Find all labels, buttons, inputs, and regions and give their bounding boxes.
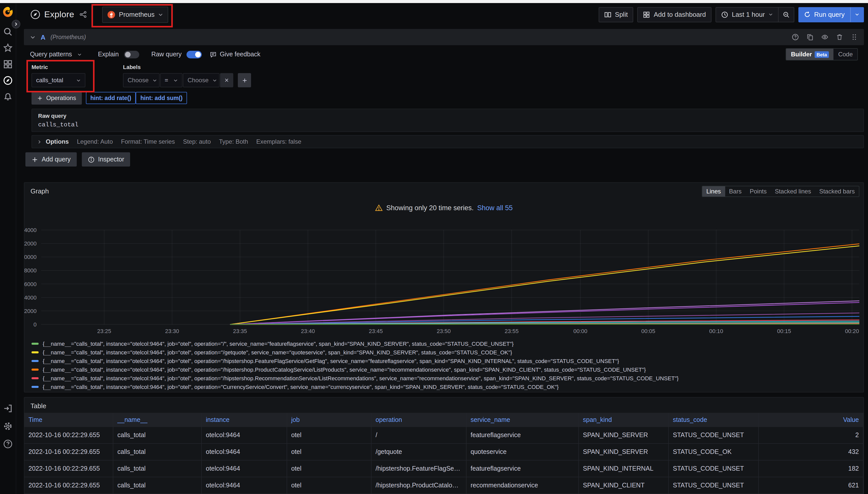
- legend-item[interactable]: {__name__="calls_total", instance="otelc…: [32, 356, 860, 365]
- table-cell: /getquote: [372, 444, 467, 460]
- graph-style-points[interactable]: Points: [745, 186, 771, 196]
- query-row-header[interactable]: A (Prometheus): [24, 29, 864, 45]
- star-icon[interactable]: [3, 43, 13, 53]
- legend-item[interactable]: {__name__="calls_total", instance="otelc…: [32, 374, 860, 382]
- apps-icon[interactable]: [3, 59, 13, 69]
- grafana-logo-icon[interactable]: [2, 6, 14, 18]
- info-circle-icon: [88, 156, 94, 163]
- legend-item[interactable]: {__name__="calls_total", instance="otelc…: [32, 382, 860, 391]
- help-icon[interactable]: [3, 439, 13, 449]
- time-range-picker[interactable]: Last 1 hour: [716, 7, 779, 22]
- add-query-button[interactable]: Add query: [25, 152, 77, 167]
- graph-style-bars[interactable]: Bars: [725, 186, 745, 196]
- query-ref-id[interactable]: A: [41, 33, 46, 41]
- sign-in-icon[interactable]: [3, 404, 13, 413]
- table-cell: recommendationservice: [467, 477, 579, 494]
- split-button[interactable]: Split: [599, 7, 633, 22]
- gear-icon[interactable]: [3, 421, 13, 431]
- collapse-chevron-icon[interactable]: [30, 34, 36, 40]
- query-toolbar: Query patterns Explain Raw query Give fe…: [24, 48, 864, 61]
- legend-series-label: {__name__="calls_total", instance="otelc…: [43, 384, 559, 390]
- label-operator-select[interactable]: =: [160, 73, 182, 87]
- results-table: Time__name__instancejoboperationservice_…: [24, 413, 864, 494]
- column-header-servicename[interactable]: service_name: [467, 413, 579, 427]
- legend-series-color: [32, 368, 39, 370]
- duplicate-query-icon[interactable]: [807, 34, 814, 41]
- x-axis-tick-label: 23:40: [301, 328, 315, 334]
- table-cell: otel: [287, 460, 372, 477]
- query-hint-button[interactable]: hint: add rate(): [86, 92, 136, 104]
- sidebar-expand-button[interactable]: [12, 20, 20, 28]
- table-cell: otel: [287, 427, 372, 443]
- graph-style-stacked-lines[interactable]: Stacked lines: [771, 186, 815, 196]
- run-query-button[interactable]: Run query: [798, 7, 850, 22]
- legend-item[interactable]: {__name__="calls_total", instance="otelc…: [32, 365, 860, 374]
- label-value-select[interactable]: Choose: [183, 73, 219, 87]
- legend-item[interactable]: {__name__="calls_total", instance="otelc…: [32, 391, 860, 392]
- metric-select[interactable]: calls_total: [32, 73, 85, 87]
- give-feedback-link[interactable]: Give feedback: [210, 51, 260, 58]
- remove-label-filter-button[interactable]: [220, 73, 233, 87]
- code-tab[interactable]: Code: [834, 49, 857, 60]
- graph-style-lines[interactable]: Lines: [702, 186, 725, 196]
- raw-query-preview: Raw query calls_total: [32, 109, 864, 132]
- bell-icon[interactable]: [3, 92, 13, 101]
- add-operation-button[interactable]: Operations: [32, 91, 82, 104]
- column-header-statuscode[interactable]: status_code: [669, 413, 759, 427]
- options-label: Options: [46, 138, 69, 145]
- column-header-job[interactable]: job: [287, 413, 372, 427]
- zoom-out-icon: [783, 11, 790, 18]
- zoom-out-button[interactable]: [779, 7, 794, 22]
- x-axis-tick-label: 00:05: [641, 328, 655, 334]
- explain-toggle[interactable]: [124, 51, 139, 58]
- disable-query-eye-icon[interactable]: [821, 34, 828, 41]
- legend-series-color: [32, 342, 39, 344]
- column-header-name[interactable]: __name__: [113, 413, 202, 427]
- datasource-picker[interactable]: Prometheus: [102, 6, 168, 23]
- chevron-down-icon: [213, 78, 217, 82]
- share-icon[interactable]: [79, 11, 87, 18]
- add-label-filter-button[interactable]: [238, 73, 251, 87]
- query-hint-button[interactable]: hint: add sum(): [136, 92, 187, 104]
- query-patterns-dropdown[interactable]: Query patterns: [30, 51, 72, 58]
- run-query-dropdown-button[interactable]: [850, 7, 864, 22]
- series-limit-warning: Showing only 20 time series. Show all 55: [24, 204, 864, 212]
- x-axis-tick-label: 00:20: [845, 328, 859, 334]
- query-options-row[interactable]: Options Legend: AutoFormat: Time seriesS…: [32, 135, 864, 148]
- search-icon[interactable]: [3, 27, 13, 37]
- inspector-button[interactable]: Inspector: [82, 152, 130, 167]
- legend-series-color: [32, 386, 39, 388]
- compass-icon[interactable]: [3, 76, 13, 85]
- legend-item[interactable]: {__name__="calls_total", instance="otelc…: [32, 348, 860, 356]
- label-key-select[interactable]: Choose: [123, 73, 160, 87]
- plus-icon: [32, 156, 38, 163]
- legend-item[interactable]: {__name__="calls_total", instance="otelc…: [32, 339, 860, 348]
- legend-series-label: {__name__="calls_total", instance="otelc…: [43, 349, 512, 355]
- table-header-row: Time__name__instancejoboperationservice_…: [24, 413, 864, 427]
- nav-sidebar: [0, 3, 16, 494]
- remove-query-trash-icon[interactable]: [836, 34, 843, 41]
- drag-handle-icon[interactable]: [851, 34, 858, 41]
- table-cell: 432: [759, 444, 864, 460]
- builder-tab[interactable]: Builder Beta: [786, 49, 834, 60]
- metric-label: Metric: [32, 64, 91, 70]
- column-header-Time[interactable]: Time: [24, 413, 113, 427]
- graph-style-stacked-bars[interactable]: Stacked bars: [815, 186, 859, 196]
- show-all-series-link[interactable]: Show all 55: [477, 204, 513, 212]
- y-axis-tick-label: 12000: [24, 241, 37, 247]
- legend-series-color: [32, 360, 39, 362]
- legend-series-label: {__name__="calls_total", instance="otelc…: [43, 366, 646, 373]
- query-help-icon[interactable]: [792, 34, 799, 41]
- y-axis-tick-label: 10000: [24, 254, 37, 260]
- beta-badge: Beta: [814, 51, 829, 58]
- column-header-instance[interactable]: instance: [202, 413, 287, 427]
- add-to-dashboard-button[interactable]: Add to dashboard: [637, 7, 711, 22]
- legend-series-label: {__name__="calls_total", instance="otelc…: [43, 340, 513, 346]
- column-header-spankind[interactable]: span_kind: [579, 413, 669, 427]
- table-row: 2022-10-16 00:22:29.655calls_totalotelco…: [24, 444, 864, 460]
- column-header-operation[interactable]: operation: [372, 413, 467, 427]
- column-header-Value[interactable]: Value: [759, 413, 864, 427]
- query-option-summary: Type: Both: [219, 138, 248, 145]
- raw-query-toggle[interactable]: [187, 51, 202, 58]
- time-series-chart[interactable]: 0200040006000800010000120001400023:2523:…: [24, 223, 864, 343]
